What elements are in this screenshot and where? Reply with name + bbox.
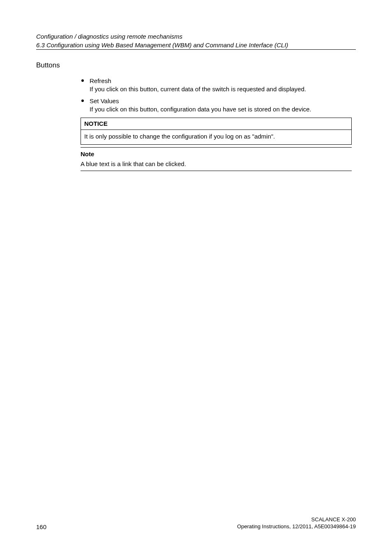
bullet-list: Refresh If you click on this button, cur… bbox=[81, 77, 352, 113]
bullet-desc-refresh: If you click on this button, current dat… bbox=[90, 85, 352, 93]
note-text: A blue text is a link that can be clicke… bbox=[81, 159, 352, 168]
footer-docinfo: Operating Instructions, 12/2011, A5E0034… bbox=[237, 523, 356, 530]
running-header-subtitle: 6.3 Configuration using Web Based Manage… bbox=[36, 42, 356, 49]
bullet-label-setvalues: Set Values bbox=[90, 97, 352, 105]
footer-right: SCALANCE X-200 Operating Instructions, 1… bbox=[237, 516, 356, 530]
page-footer: 160 SCALANCE X-200 Operating Instruction… bbox=[36, 516, 356, 530]
running-header-title: Configuration / diagnostics using remote… bbox=[36, 33, 356, 40]
section-content: Refresh If you click on this button, cur… bbox=[81, 77, 352, 171]
footer-product: SCALANCE X-200 bbox=[237, 516, 356, 523]
notice-body: It is only possible to change the config… bbox=[81, 130, 351, 144]
bullet-desc-setvalues: If you click on this button, configurati… bbox=[90, 105, 352, 113]
list-item: Set Values If you click on this button, … bbox=[81, 97, 352, 114]
page-number: 160 bbox=[36, 523, 46, 530]
notice-box: NOTICE It is only possible to change the… bbox=[81, 118, 352, 145]
notice-heading: NOTICE bbox=[81, 118, 351, 130]
section-heading-buttons: Buttons bbox=[36, 61, 356, 69]
document-page: Configuration / diagnostics using remote… bbox=[0, 0, 392, 555]
note-label: Note bbox=[81, 149, 352, 159]
header-rule bbox=[36, 49, 356, 50]
list-item: Refresh If you click on this button, cur… bbox=[81, 77, 352, 94]
note-block: Note A blue text is a link that can be c… bbox=[81, 147, 352, 171]
bullet-label-refresh: Refresh bbox=[90, 77, 352, 85]
